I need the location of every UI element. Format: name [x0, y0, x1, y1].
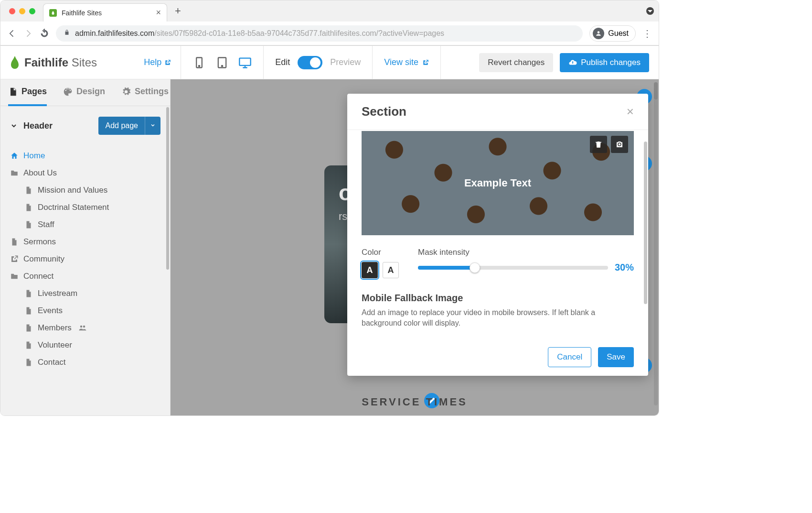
color-swatch-dark[interactable]: A	[362, 262, 378, 278]
back-button[interactable]	[7, 29, 17, 38]
add-page-button[interactable]: Add page	[98, 117, 145, 135]
svg-rect-4	[240, 58, 251, 65]
file-icon	[24, 186, 33, 195]
page-tree-label: Events	[38, 306, 63, 316]
browser-tab[interactable]: Faithlife Sites ×	[43, 3, 167, 22]
maximize-window-icon[interactable]	[29, 8, 35, 14]
mobile-preview-button[interactable]	[192, 56, 206, 69]
close-window-icon[interactable]	[9, 8, 15, 14]
browser-menu-button[interactable]: ⋮	[642, 28, 652, 39]
page-tree-item[interactable]: Livestream	[0, 285, 170, 302]
flame-icon	[9, 56, 21, 69]
page-tree-item[interactable]: Connect	[0, 268, 170, 285]
lock-icon	[64, 29, 70, 38]
page-tree-label: Volunteer	[38, 340, 72, 350]
sidebar-tabs: Pages Design Settings	[0, 79, 170, 106]
window-controls	[5, 8, 38, 14]
device-preview-group	[181, 56, 263, 69]
page-tree-label: Livestream	[38, 289, 77, 298]
page-tree-label: Home	[23, 151, 45, 161]
home-icon	[10, 152, 19, 160]
file-icon	[24, 289, 33, 298]
reload-button[interactable]	[40, 29, 49, 38]
chevron-down-icon	[150, 122, 156, 128]
page-tree-item[interactable]: About Us	[0, 164, 170, 182]
tab-close-icon[interactable]: ×	[156, 8, 161, 18]
revert-button[interactable]: Revert changes	[479, 53, 553, 72]
page-tree-item[interactable]: Community	[0, 251, 170, 268]
brand-logo: Faithlife Sites	[0, 56, 106, 69]
modal-title: Section	[362, 104, 406, 119]
file-icon	[24, 203, 33, 212]
page-tree-label: Community	[23, 254, 64, 264]
file-icon	[24, 358, 33, 367]
page-tree-label: Contact	[38, 358, 66, 367]
tablet-preview-button[interactable]	[215, 56, 229, 69]
new-tab-button[interactable]: +	[172, 5, 184, 17]
mask-intensity-control: Mask intensity 30%	[418, 248, 634, 278]
mask-label: Mask intensity	[418, 248, 634, 257]
avatar-icon	[593, 28, 604, 39]
url-text: admin.faithlifesites.com/sites/07f5982d-…	[75, 29, 444, 38]
sidebar-tab-settings[interactable]: Settings	[121, 79, 169, 106]
modal-scrollbar[interactable]	[644, 142, 647, 304]
address-bar: admin.faithlifesites.com/sites/07f5982d-…	[0, 22, 659, 45]
sidebar-tab-design[interactable]: Design	[63, 79, 105, 106]
folder-icon	[10, 272, 19, 281]
page-tree-item[interactable]: Staff	[0, 216, 170, 233]
forward-button	[23, 29, 33, 38]
cloud-upload-icon	[568, 58, 577, 67]
view-site-link[interactable]: View site	[373, 57, 440, 67]
page-tree-item[interactable]: Members	[0, 319, 170, 337]
chevron-down-icon	[10, 122, 18, 130]
add-page-dropdown[interactable]	[145, 117, 160, 135]
tab-strip: Faithlife Sites × +	[0, 0, 659, 22]
mask-slider[interactable]	[418, 266, 608, 270]
mode-toggle[interactable]	[298, 56, 322, 69]
section-modal: Section × Example Text Color	[347, 94, 648, 376]
canvas-scrollbar[interactable]	[654, 82, 658, 405]
file-icon	[24, 324, 33, 332]
page-tree-item[interactable]: Home	[0, 147, 170, 164]
url-field[interactable]: admin.faithlifesites.com/sites/07f5982d-…	[56, 25, 583, 42]
page-tree-label: Doctrinal Statement	[38, 203, 109, 212]
page-tree-item[interactable]: Mission and Values	[0, 182, 170, 199]
minimize-window-icon[interactable]	[19, 8, 25, 14]
page-tree-item[interactable]: Contact	[0, 354, 170, 371]
incognito-indicator-icon[interactable]	[646, 7, 654, 15]
desktop-preview-button[interactable]	[238, 56, 252, 69]
favicon-icon	[49, 9, 57, 17]
profile-button[interactable]: Guest	[589, 25, 636, 42]
sidebar-header[interactable]: Header Add page	[0, 106, 170, 145]
page-tree-label: Mission and Values	[38, 186, 107, 195]
change-image-button[interactable]	[611, 136, 628, 153]
file-icon	[24, 341, 33, 349]
page-tree-item[interactable]: Events	[0, 302, 170, 319]
fallback-title: Mobile Fallback Image	[362, 293, 634, 304]
delete-image-button[interactable]	[590, 136, 607, 153]
cancel-button[interactable]: Cancel	[548, 347, 591, 367]
sidebar-tab-pages[interactable]: Pages	[8, 79, 47, 106]
modal-close-button[interactable]: ×	[627, 104, 634, 119]
section-preview: Example Text	[362, 131, 634, 235]
color-swatch-light[interactable]: A	[383, 262, 399, 278]
sidebar-scrollbar[interactable]	[166, 107, 169, 270]
page-tree-item[interactable]: Volunteer	[0, 337, 170, 354]
file-icon	[24, 306, 33, 315]
help-link[interactable]: Help	[134, 57, 181, 67]
edit-preview-toggle: Edit Preview	[264, 56, 372, 69]
page-tree-label: Members	[38, 323, 72, 333]
page-tree-label: Staff	[38, 220, 54, 229]
page-tree: HomeAbout UsMission and ValuesDoctrinal …	[0, 145, 170, 373]
color-control: Color A A	[362, 248, 399, 278]
page-tree-label: Sermons	[23, 237, 56, 247]
page-tree-item[interactable]: Sermons	[0, 233, 170, 251]
page-tree-label: About Us	[23, 168, 57, 178]
slider-thumb[interactable]	[470, 262, 480, 273]
page-tree-label: Connect	[23, 272, 53, 281]
save-button[interactable]: Save	[598, 347, 634, 367]
publish-button[interactable]: Publish changes	[560, 53, 649, 72]
browser-chrome: Faithlife Sites × + admin.faithlifesites…	[0, 0, 659, 46]
page-tree-item[interactable]: Doctrinal Statement	[0, 199, 170, 216]
fallback-description: Add an image to replace your video in mo…	[362, 307, 634, 329]
